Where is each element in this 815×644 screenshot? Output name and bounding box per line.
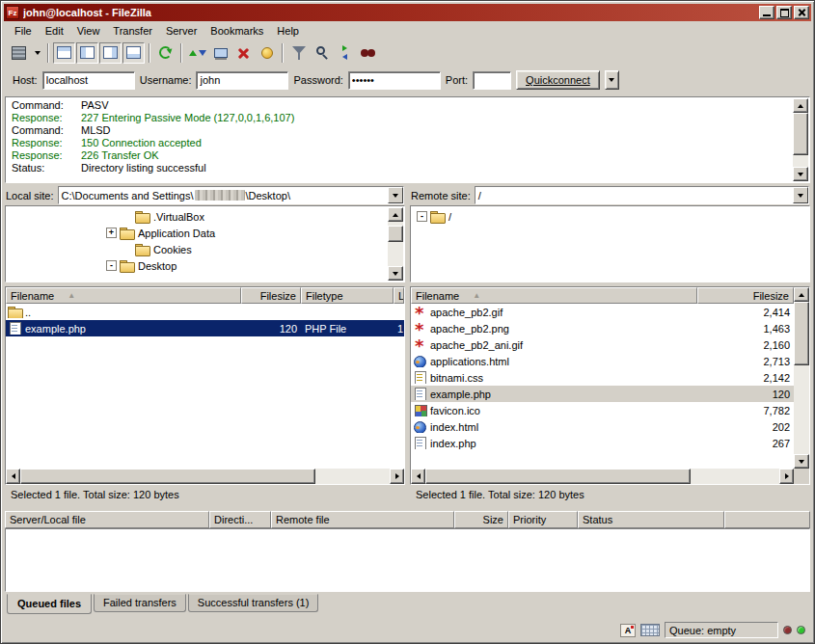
quickconnect-button[interactable]: Quickconnect [516,70,600,90]
port-input[interactable] [473,71,511,90]
tree-item-label: / [448,211,451,223]
menu-file[interactable]: File [8,23,39,39]
directory-comparison-button[interactable] [311,42,333,64]
file-row[interactable]: bitnami.css 2,142 [411,369,794,386]
column-header-filetype[interactable]: Filetype [301,287,394,304]
host-input[interactable] [42,71,135,90]
reconnect-button[interactable] [256,42,278,64]
close-button[interactable] [794,6,809,19]
column-header-filename[interactable]: Filename▲ [411,287,697,304]
filter-button[interactable] [287,42,310,64]
scroll-left-button[interactable] [6,469,20,484]
queue-col-local-file[interactable]: Server/Local file [5,511,209,528]
tab-failed-transfers[interactable]: Failed transfers [94,594,186,612]
column-header-filesize[interactable]: Filesize [241,287,301,304]
column-header-lastmodified[interactable]: L [394,287,404,304]
scrollbar-track[interactable] [793,113,808,167]
scroll-up-button[interactable] [794,287,809,302]
password-input[interactable] [348,71,441,90]
tree-expander-icon[interactable]: - [417,211,427,222]
file-row[interactable]: index.html 202 [411,418,794,435]
remote-site-combo[interactable]: / [475,186,809,204]
site-manager-button[interactable] [8,42,30,64]
scroll-down-button[interactable] [794,454,809,469]
queue-col-status[interactable]: Status [578,511,724,528]
queue-list[interactable] [5,528,810,592]
queue-col-direction[interactable]: Directi... [209,511,271,528]
menu-bookmarks[interactable]: Bookmarks [204,23,270,39]
remote-hscrollbar[interactable] [411,469,794,484]
find-files-button[interactable] [357,42,379,64]
cancel-button[interactable] [232,42,255,64]
toggle-local-tree-button[interactable] [76,42,98,64]
tree-expander-icon[interactable]: - [106,260,117,271]
scrollbar-thumb[interactable] [388,226,403,242]
site-manager-dropdown[interactable] [31,42,43,64]
file-size: 2,142 [697,372,794,384]
scroll-down-button[interactable] [793,167,808,181]
scrollbar-track[interactable] [388,222,403,266]
log-line-text: 226 Transfer OK [81,149,159,162]
queue-col-priority[interactable]: Priority [508,511,578,528]
file-row-selected[interactable]: example.php 120 [411,386,794,402]
scroll-right-button[interactable] [390,469,404,484]
menu-transfer[interactable]: Transfer [106,23,159,39]
tree-item[interactable]: - / [411,208,809,225]
synchronized-browsing-button[interactable] [334,42,356,64]
local-site-combo[interactable]: C:\Documents and Settings\\Desktop\ [58,186,404,204]
toggle-remote-tree-button[interactable] [99,42,122,64]
quickconnect-dropdown[interactable] [605,70,619,90]
tree-item[interactable]: .VirtualBox [6,208,404,225]
disconnect-button[interactable] [209,42,231,64]
file-row-selected[interactable]: example.php 120 PHP File 1 [6,320,404,336]
tree-item[interactable]: - Desktop [6,257,404,274]
file-row[interactable]: apache_pb2.gif 2,414 [411,304,794,320]
scrollbar-thumb[interactable] [425,469,691,484]
scroll-up-button[interactable] [793,98,808,113]
file-row[interactable]: apache_pb2.png 1,463 [411,320,794,336]
scroll-up-button[interactable] [388,207,403,222]
menu-edit[interactable]: Edit [39,23,70,39]
scroll-down-button[interactable] [388,266,403,281]
scroll-left-button[interactable] [411,469,425,484]
toggle-log-button[interactable] [53,42,75,64]
maximize-button[interactable] [776,6,792,19]
username-input[interactable] [196,71,288,90]
queue-col-filler [724,511,810,528]
remote-site-dropdown[interactable] [793,187,808,203]
process-queue-button[interactable] [186,42,208,64]
file-row[interactable]: .. [6,304,404,320]
refresh-button[interactable] [154,42,177,64]
menu-help[interactable]: Help [270,23,306,39]
local-site-dropdown[interactable] [388,187,403,203]
column-header-filesize[interactable]: Filesize [697,287,794,304]
scroll-right-button[interactable] [779,469,794,484]
file-row[interactable]: favicon.ico 7,782 [411,402,794,418]
local-tree-scrollbar[interactable] [388,207,403,281]
scrollbar-thumb[interactable] [793,113,808,155]
file-row[interactable]: applications.html 2,713 [411,353,794,369]
column-header-filename[interactable]: Filename▲ [6,287,241,304]
minimize-button[interactable] [759,6,774,19]
tree-item[interactable]: + Application Data [6,225,404,241]
titlebar[interactable]: Fz john@localhost - FileZilla [4,4,811,21]
tab-queued-files[interactable]: Queued files [7,594,92,614]
local-hscrollbar[interactable] [6,469,404,484]
menu-view[interactable]: View [70,23,107,39]
queue-col-remote-file[interactable]: Remote file [271,511,454,528]
scrollbar-thumb[interactable] [20,469,315,484]
tree-item[interactable]: Cookies [6,241,404,257]
queue-col-size[interactable]: Size [454,511,508,528]
scrollbar-thumb[interactable] [794,302,809,365]
scrollbar-track[interactable] [794,302,809,454]
tree-expander-icon[interactable]: + [106,228,117,238]
file-row[interactable]: index.php 267 [411,435,794,451]
scrollbar-track[interactable] [20,469,390,484]
file-row[interactable]: apache_pb2_ani.gif 2,160 [411,336,794,353]
scrollbar-track[interactable] [425,469,779,484]
remote-vscrollbar[interactable] [794,287,809,469]
menu-server[interactable]: Server [159,23,204,39]
log-scrollbar[interactable] [793,98,808,181]
tab-successful-transfers[interactable]: Successful transfers (1) [188,594,319,612]
toggle-queue-button[interactable] [122,42,145,64]
